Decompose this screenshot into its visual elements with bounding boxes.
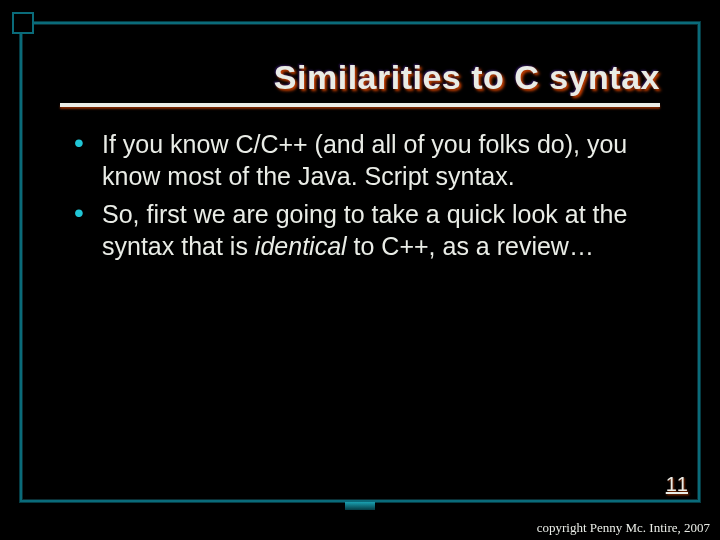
slide: Similarities to C syntax If you know C/C…	[0, 0, 720, 540]
page-number: 11	[666, 473, 688, 496]
bullet-text-em: identical	[255, 232, 347, 260]
bullet-item: If you know C/C++ (and all of you folks …	[74, 128, 658, 192]
slide-body: If you know C/C++ (and all of you folks …	[74, 128, 658, 268]
title-area: Similarities to C syntax	[60, 58, 660, 107]
slide-title: Similarities to C syntax	[274, 58, 660, 101]
bullet-item: So, first we are going to take a quick l…	[74, 198, 658, 262]
title-underline	[60, 103, 660, 107]
bullet-text-post: to C++, as a review…	[347, 232, 594, 260]
corner-ornament	[12, 12, 34, 34]
bullet-list: If you know C/C++ (and all of you folks …	[74, 128, 658, 262]
bottom-accent	[345, 502, 375, 510]
bullet-text: If you know C/C++ (and all of you folks …	[102, 130, 627, 190]
copyright-text: copyright Penny Mc. Intire, 2007	[537, 520, 710, 536]
